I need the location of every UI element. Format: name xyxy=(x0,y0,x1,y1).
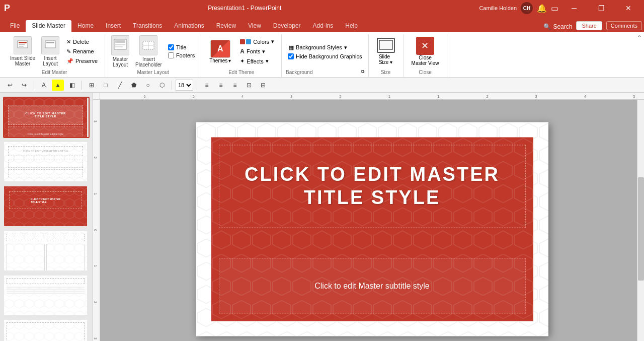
close-button[interactable]: ✕ xyxy=(617,0,640,16)
ribbon-group-master-layout: MasterLayout InsertPlaceholder Title xyxy=(105,34,201,77)
title-bar-title: Presentation1 - PowerPoint xyxy=(10,5,479,12)
rename-icon: ✎ xyxy=(66,48,71,55)
preserve-icon: 📌 xyxy=(66,58,73,64)
line-button[interactable]: ╱ xyxy=(114,80,126,91)
background-styles-label: Background Styles xyxy=(296,44,342,50)
master-layout-button[interactable]: MasterLayout xyxy=(109,34,131,69)
insert-layout-button[interactable]: InsertLayout xyxy=(39,35,61,67)
theme-options-col: Colors ▾ A Fonts ▾ ✦ Effects ▾ xyxy=(237,37,277,65)
crop-button[interactable]: ⊟ xyxy=(257,80,269,91)
align-left-button[interactable]: ≡ xyxy=(201,80,213,91)
tab-slide-master[interactable]: Slide Master xyxy=(26,20,71,32)
close-master-view-button[interactable]: ✕ CloseMaster View xyxy=(408,35,443,68)
distribute-button[interactable]: ⊡ xyxy=(243,80,255,91)
effects-button[interactable]: ⬡ xyxy=(156,80,168,91)
tab-file[interactable]: File xyxy=(4,20,26,32)
tab-home[interactable]: Home xyxy=(71,20,100,32)
background-styles-chevron: ▾ xyxy=(344,44,347,51)
tab-review[interactable]: Review xyxy=(210,20,242,32)
tab-addins[interactable]: Add-ins xyxy=(307,20,340,32)
title-placeholder[interactable]: CLICK TO EDIT MASTER TITLE STYLE xyxy=(219,145,526,228)
footers-checkbox[interactable]: Footers xyxy=(166,52,197,59)
minimize-button[interactable]: ─ xyxy=(562,0,586,16)
fill-color-button[interactable]: ◧ xyxy=(66,80,78,91)
font-color-button[interactable]: A xyxy=(38,80,50,91)
slide-size-button[interactable]: SlideSize ▾ xyxy=(373,36,399,67)
checkboxes-col: Title Footers xyxy=(166,44,197,59)
share-button[interactable]: Share xyxy=(576,21,602,30)
toolbar-sep-1 xyxy=(34,81,34,90)
rename-button[interactable]: ✎ Rename xyxy=(63,47,101,56)
slide-thumb-4[interactable] xyxy=(3,230,90,271)
edit-theme-label: Edit Theme xyxy=(205,70,277,75)
insert-placeholder-label: InsertPlaceholder xyxy=(135,56,162,67)
restore-button[interactable]: ❐ xyxy=(590,0,613,16)
slide-thumb-5[interactable] xyxy=(3,275,90,316)
slide-canvas[interactable]: CLICK TO EDIT MASTER TITLE STYLE Click t… xyxy=(196,122,548,336)
redo-button[interactable]: ↪ xyxy=(18,80,30,91)
tab-help[interactable]: Help xyxy=(339,20,364,32)
svg-rect-7 xyxy=(115,40,125,43)
tab-transitions[interactable]: Transitions xyxy=(127,20,168,32)
fonts-button[interactable]: A Fonts ▾ xyxy=(237,47,277,56)
tab-animations[interactable]: Animations xyxy=(168,20,210,32)
tab-view[interactable]: View xyxy=(242,20,267,32)
effects-label: Effects xyxy=(247,58,263,64)
preserve-button[interactable]: 📌 Preserve xyxy=(63,57,101,65)
themes-button[interactable]: A Themes ▾ xyxy=(205,38,235,65)
effects-chevron: ▾ xyxy=(266,58,269,64)
footers-checkbox-input[interactable] xyxy=(168,52,174,58)
arrange-button[interactable]: ⊞ xyxy=(86,80,98,91)
ruler-corner xyxy=(93,93,100,100)
connect-button[interactable]: ○ xyxy=(142,80,154,91)
title-checkbox[interactable]: Title xyxy=(166,44,197,51)
notification-icon[interactable]: 🔔 xyxy=(537,4,547,13)
insert-layout-icon xyxy=(41,36,59,54)
effects-button[interactable]: ✦ Effects ▾ xyxy=(237,57,277,65)
ribbon-group-close: ✕ CloseMaster View Close xyxy=(404,34,448,77)
shapes-gallery[interactable]: ⬟ xyxy=(128,80,140,91)
background-styles-button[interactable]: ▦ Background Styles ▾ xyxy=(286,43,364,52)
undo-button[interactable]: ↩ xyxy=(4,80,16,91)
ribbon-group-size: SlideSize ▾ Size xyxy=(369,34,404,77)
slide-thumb-2[interactable]: CLICK TO EDIT MASTER TITLE STYLE xyxy=(3,141,90,182)
edit-master-buttons: Insert SlideMaster InsertLayout ✕ Delete… xyxy=(8,34,101,69)
colors-button[interactable]: Colors ▾ xyxy=(237,37,277,46)
close-content: ✕ CloseMaster View xyxy=(408,34,443,69)
shape-button[interactable]: □ xyxy=(100,80,112,91)
scrollbar-thumb-v[interactable] xyxy=(638,177,644,281)
title-checkbox-input[interactable] xyxy=(168,44,174,50)
slide-thumb-1[interactable]: CLICK TO EDIT MASTERTITLE STYLE Click to… xyxy=(3,97,90,138)
hide-background-checkbox-input[interactable] xyxy=(288,53,294,59)
close-group-label: Close xyxy=(408,70,443,75)
collapse-ribbon-button[interactable]: ⌃ xyxy=(637,34,642,41)
slide-thumb-6[interactable] xyxy=(3,319,90,341)
highlight-button[interactable]: ▲ xyxy=(52,80,64,91)
tab-insert[interactable]: Insert xyxy=(100,20,127,32)
font-size-select[interactable]: 18 24 36 xyxy=(176,80,193,91)
tab-developer[interactable]: Developer xyxy=(267,20,307,32)
user-avatar[interactable]: CH xyxy=(521,2,533,14)
insert-slide-master-button[interactable]: Insert SlideMaster xyxy=(8,35,37,67)
svg-rect-9 xyxy=(115,46,123,47)
ribbon-toggle-icon[interactable]: ▭ xyxy=(551,4,558,13)
colors-chevron: ▾ xyxy=(271,38,274,45)
delete-button[interactable]: ✕ Delete xyxy=(63,38,101,46)
slide-thumb-inner-4 xyxy=(4,231,87,271)
insert-layout-label: InsertLayout xyxy=(43,55,58,66)
edit-master-col: ✕ Delete ✎ Rename 📌 Preserve xyxy=(63,38,101,65)
scrollbar-vertical[interactable] xyxy=(637,100,644,341)
slide-thumb-3[interactable]: CLICK TO EDIT MASTERTITLE STYLE xyxy=(3,185,90,227)
background-expand-icon[interactable]: ⧉ xyxy=(361,69,364,75)
align-right-button[interactable]: ≡ xyxy=(229,80,241,91)
comments-button[interactable]: Comments xyxy=(606,21,642,30)
subtitle-placeholder[interactable]: Click to edit Master subtitle style xyxy=(219,258,526,313)
background-group-label: Background xyxy=(286,70,312,75)
align-center-button[interactable]: ≡ xyxy=(215,80,227,91)
insert-placeholder-button[interactable]: InsertPlaceholder xyxy=(133,34,164,69)
svg-rect-3 xyxy=(19,46,24,47)
master-layout-label: MasterLayout xyxy=(113,56,128,67)
master-layout-content: MasterLayout InsertPlaceholder Title xyxy=(109,34,197,69)
hide-background-checkbox[interactable]: Hide Background Graphics xyxy=(286,53,364,60)
search-button[interactable]: 🔍 Search xyxy=(543,23,572,30)
